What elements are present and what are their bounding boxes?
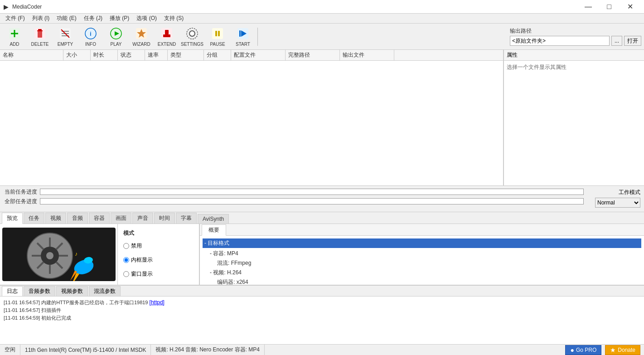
svg-rect-6	[38, 31, 42, 38]
mode-disabled-label: 禁用	[131, 242, 142, 250]
table-header-时长: 时长	[91, 50, 118, 60]
toolbar-empty-button[interactable]: EMPTY	[53, 26, 77, 48]
toolbar-play-button[interactable]: PLAY	[104, 26, 128, 48]
summary-tab-bar: 概要	[200, 224, 644, 236]
summary-tab[interactable]: 概要	[202, 224, 226, 236]
settings-tab-content: ♪ 模式 禁用 内框显示 窗口显示 组合显示 更	[0, 224, 644, 285]
toolbar-start-button[interactable]: START	[231, 26, 255, 48]
mode-panel-area: 模式 禁用 内框显示 窗口显示 组合显示 更新间隔 150 ms	[118, 224, 199, 285]
workmode-select[interactable]: Normal Batch Queue	[595, 198, 640, 208]
mode-window-label: 窗口显示	[131, 270, 153, 278]
settings-tab-subtitle[interactable]: 字幕	[176, 213, 197, 224]
current-progress-bar	[40, 189, 584, 195]
browse-button[interactable]: ...	[611, 36, 622, 46]
settings-tab-picture[interactable]: 画面	[111, 213, 131, 224]
toolbar-settings-button[interactable]: SETTINGS	[180, 26, 204, 48]
settings-tab-audio[interactable]: 音频	[67, 213, 88, 224]
mode-disabled-row: 禁用	[123, 242, 194, 250]
settings-tab-preview[interactable]: 预览	[2, 213, 23, 224]
donate-button[interactable]: ★ Donate	[605, 345, 640, 355]
log-area: 日志音频参数视频参数混流参数 [11-01 16:54:57] 内建的HTTP服…	[0, 285, 644, 344]
donate-star-icon: ★	[610, 346, 616, 354]
log-line: [11-01 16:54:59] 初始化已完成	[4, 314, 640, 322]
toolbar-wizard-button[interactable]: WIZARD	[130, 26, 153, 48]
svg-rect-4	[37, 30, 43, 31]
output-path-input[interactable]	[510, 36, 610, 46]
output-path-area: 输出路径 ... 打开	[510, 27, 641, 46]
codec-text: 视频: H.264 音频: Nero Encoder 容器: MP4	[155, 346, 259, 354]
mode-window-radio[interactable]	[123, 271, 129, 277]
gopro-icon: ●	[570, 346, 574, 354]
file-table: 名称大小时长状态速率类型分组配置文件完整路径输出文件	[0, 50, 504, 185]
svg-rect-20	[163, 34, 170, 37]
properties-placeholder: 选择一个文件显示其属性	[507, 64, 567, 70]
play-icon	[109, 26, 123, 41]
properties-body: 选择一个文件显示其属性	[504, 61, 644, 185]
summary-tree: - 目标格式- 容器: MP4混流: FFmpeg- 视频: H.264编码器:…	[203, 238, 641, 285]
tree-root[interactable]: - 目标格式	[203, 238, 641, 248]
svg-rect-25	[218, 31, 220, 36]
menu-item-function[interactable]: 功能 (E)	[53, 14, 80, 23]
menu-item-support[interactable]: 支持 (S)	[160, 14, 187, 23]
open-button[interactable]: 打开	[624, 36, 641, 46]
donate-label: Donate	[618, 347, 635, 353]
mode-inner-radio[interactable]	[123, 257, 129, 263]
menu-item-file[interactable]: 文件 (F)	[2, 14, 29, 23]
log-tab-log[interactable]: 日志	[2, 286, 23, 296]
preview-panel: ♪	[0, 224, 118, 285]
menubar: 文件 (F)列表 (I)功能 (E)任务 (J)播放 (P)选项 (O)支持 (…	[0, 14, 644, 24]
toolbar-buttons: ADDDELETEEMPTYiINFOPLAYWIZARDEXTENDSETTI…	[3, 26, 255, 48]
tree-item: 混流: FFmpeg	[203, 258, 641, 268]
menu-item-play[interactable]: 播放 (P)	[106, 14, 133, 23]
table-header: 名称大小时长状态速率类型分组配置文件完整路径输出文件	[0, 50, 503, 61]
svg-rect-23	[212, 28, 223, 39]
settings-tab-video[interactable]: 视频	[45, 213, 66, 224]
close-button[interactable]: ✕	[620, 0, 640, 14]
mode-inner-row: 内框显示	[123, 256, 194, 264]
menu-item-task[interactable]: 任务 (J)	[80, 14, 106, 23]
svg-point-32	[46, 252, 53, 259]
toolbar-extend-button[interactable]: EXTEND	[155, 26, 179, 48]
maximize-button[interactable]: □	[599, 0, 620, 14]
toolbar-add-button[interactable]: ADD	[3, 26, 26, 48]
gopro-button[interactable]: ● Go PRO	[565, 345, 601, 355]
mode-combined-row: 组合显示	[123, 284, 194, 285]
toolbar-info-button[interactable]: iINFO	[79, 26, 102, 48]
table-header-完整路径: 完整路径	[286, 50, 340, 60]
menu-item-options[interactable]: 选项 (O)	[133, 14, 160, 23]
minimize-button[interactable]: —	[578, 0, 599, 14]
log-tab-video[interactable]: 视频参数	[56, 286, 88, 296]
delete-icon	[33, 26, 47, 41]
gopro-label: Go PRO	[576, 347, 596, 353]
table-header-配置文件: 配置文件	[231, 50, 286, 60]
properties-title: 属性	[507, 51, 518, 59]
log-tab-audio[interactable]: 音频参数	[24, 286, 55, 296]
total-progress-bar	[40, 198, 584, 204]
log-tab-mux[interactable]: 混流参数	[89, 286, 121, 296]
settings-tab-task[interactable]: 任务	[24, 213, 44, 224]
total-progress-row: 全部任务进度	[4, 197, 640, 205]
log-link-httpd[interactable]: [httpd]	[150, 299, 165, 306]
titlebar: ▶ MediaCoder — □ ✕	[0, 0, 644, 14]
app-title: MediaCoder	[12, 4, 42, 10]
settings-tab-avisynth[interactable]: AviSynth	[198, 214, 229, 224]
tree-item: - 视频: H.264	[203, 268, 641, 277]
svg-point-21	[189, 31, 195, 36]
mode-disabled-radio[interactable]	[123, 243, 129, 249]
settings-tab-container[interactable]: 容器	[89, 213, 110, 224]
mode-window-row: 窗口显示	[123, 270, 194, 278]
svg-rect-24	[215, 31, 217, 36]
log-content: [11-01 16:54:57] 内建的HTTP服务器已经启动，工作于端口198…	[0, 297, 644, 344]
right-panel: 概要 - 目标格式- 容器: MP4混流: FFmpeg- 视频: H.264编…	[199, 224, 644, 285]
tree-item: 编码器: x264	[203, 277, 641, 285]
log-tab-bar: 日志音频参数视频参数混流参数	[0, 286, 644, 297]
log-line: [11-01 16:54:57] 扫描插件	[4, 306, 640, 314]
pause-icon	[210, 26, 225, 41]
menu-item-list[interactable]: 列表 (I)	[29, 14, 53, 23]
settings-tab-sound[interactable]: 声音	[132, 213, 153, 224]
toolbar-pause-button[interactable]: PAUSE	[206, 26, 229, 48]
settings-tab-time[interactable]: 时间	[154, 213, 175, 224]
toolbar: ADDDELETEEMPTYiINFOPLAYWIZARDEXTENDSETTI…	[0, 24, 644, 50]
mode-combined-label: 组合显示	[131, 284, 153, 285]
toolbar-delete-button[interactable]: DELETE	[28, 26, 52, 48]
